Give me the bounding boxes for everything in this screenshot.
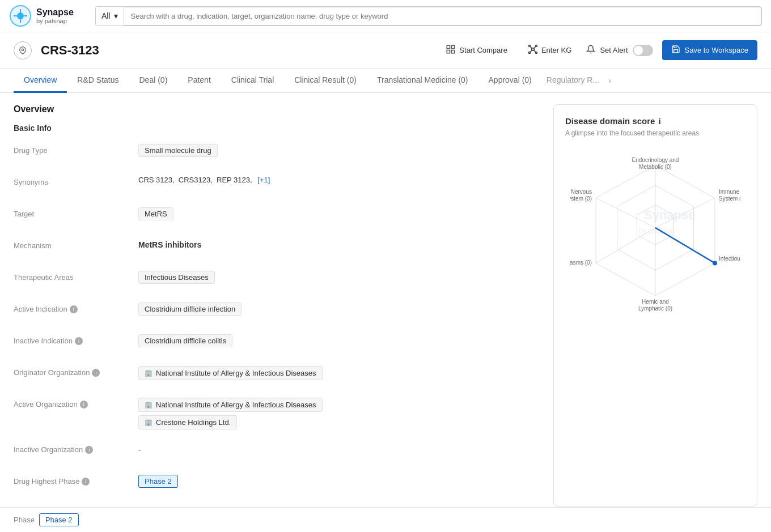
dropdown-value: All: [101, 11, 111, 20]
svg-text:by patsnap: by patsnap: [638, 226, 677, 235]
active-indication-info-icon[interactable]: i: [70, 305, 78, 313]
target-row: Target MetRS: [14, 207, 540, 225]
inactive-indication-info-icon[interactable]: i: [75, 337, 83, 345]
radar-chart: Synapse by patsnap Endocrinology and Met…: [565, 148, 745, 318]
set-alert-toggle[interactable]: [633, 45, 653, 56]
svg-text:Neoplasms (0): Neoplasms (0): [570, 259, 592, 266]
svg-rect-7: [447, 45, 450, 48]
set-alert-group: Set Alert: [586, 45, 653, 56]
active-indication-label: Active Indication i: [14, 303, 138, 313]
highest-phase-tag: Phase 2: [138, 475, 178, 488]
synonyms-value: CRS 3123, CRS3123, REP 3123, [+1]: [138, 176, 540, 184]
tab-deal[interactable]: Deal (0): [129, 69, 178, 93]
enter-kg-label: Enter KG: [541, 46, 571, 54]
svg-line-17: [533, 47, 535, 49]
logo: Synapse by patsnap: [9, 5, 88, 27]
synapse-logo-icon: [9, 5, 32, 27]
svg-text:Immune: Immune: [719, 189, 740, 195]
bottom-bar: Phase Phase 2: [0, 507, 771, 518]
svg-point-1: [17, 12, 24, 19]
drug-type-value: Small molecule drug: [138, 144, 540, 157]
save-workspace-label: Save to Workspace: [685, 46, 748, 54]
tab-approval[interactable]: Approval (0): [478, 69, 542, 93]
svg-point-12: [528, 45, 530, 47]
tab-translational[interactable]: Translational Medicine (0): [367, 69, 478, 93]
active-indication-value: Clostridium difficile infection: [138, 303, 540, 316]
originator-org-label: Originator Organization i: [14, 366, 138, 377]
target-value: MetRS: [138, 207, 540, 220]
drug-pin-icon[interactable]: [14, 41, 32, 59]
svg-rect-9: [447, 50, 450, 53]
mechanism-row: Mechanism MetRS inhibitors: [14, 239, 540, 257]
svg-point-6: [22, 49, 24, 51]
org-building-icon-2: 🏢: [145, 419, 152, 426]
svg-point-13: [535, 45, 537, 47]
svg-text:Hemic and: Hemic and: [642, 299, 669, 305]
search-input[interactable]: [124, 7, 761, 25]
svg-text:Endocrinology and: Endocrinology and: [632, 157, 679, 163]
drug-type-label: Drug Type: [14, 144, 138, 155]
svg-rect-10: [452, 50, 455, 53]
score-card-title: Disease domain score i: [565, 116, 745, 126]
drug-header: CRS-3123 Start Compare Enter KG: [0, 32, 771, 69]
start-compare-label: Start Compare: [459, 46, 507, 54]
drug-type-tag: Small molecule drug: [138, 144, 218, 157]
svg-text:Lymphatic (0): Lymphatic (0): [638, 305, 672, 312]
target-tag: MetRS: [138, 207, 173, 220]
radar-svg: Synapse by patsnap Endocrinology and Met…: [570, 154, 740, 313]
search-type-dropdown[interactable]: All ▾: [96, 7, 124, 25]
logo-name: Synapse: [36, 7, 74, 18]
svg-text:Nervous: Nervous: [571, 189, 592, 195]
tabs-bar: Overview R&D Status Deal (0) Patent Clin…: [0, 69, 771, 93]
mechanism-text: MetRS inhibitors: [138, 239, 201, 249]
tab-clinical-result[interactable]: Clinical Result (0): [284, 69, 367, 93]
svg-point-14: [528, 52, 530, 54]
logo-text: Synapse by patsnap: [36, 7, 74, 24]
logo-sub: by patsnap: [36, 18, 74, 24]
svg-text:System (0): System (0): [570, 195, 592, 202]
tab-clinical-trial[interactable]: Clinical Trial: [221, 69, 284, 93]
svg-text:System (0): System (0): [719, 195, 740, 202]
therapeutic-areas-tag: Infectious Diseases: [138, 271, 215, 284]
kg-icon: [528, 44, 538, 56]
drug-name: CRS-3123: [41, 43, 99, 58]
svg-text:Metabolic (0): Metabolic (0): [639, 164, 672, 170]
inactive-org-info-icon[interactable]: i: [85, 446, 93, 454]
originator-org-info-icon[interactable]: i: [92, 369, 100, 377]
highest-phase-label: Drug Highest Phase i: [14, 475, 138, 486]
set-alert-icon: [586, 45, 595, 56]
score-card-subtitle: A glimpse into the focused therapeutic a…: [565, 129, 745, 137]
synonyms-row: Synonyms CRS 3123, CRS3123, REP 3123, [+…: [14, 176, 540, 194]
active-org-tag-1: 🏢 National Institute of Allergy & Infect…: [138, 398, 323, 412]
tab-patent[interactable]: Patent: [177, 69, 221, 93]
highest-phase-row: Drug Highest Phase i Phase 2: [14, 475, 540, 493]
tab-rd-status[interactable]: R&D Status: [67, 69, 129, 93]
inactive-org-dash: -: [138, 443, 141, 454]
inactive-org-row: Inactive Organization i -: [14, 443, 540, 461]
disease-domain-card: Disease domain score i A glimpse into th…: [553, 104, 757, 507]
score-card-info-icon[interactable]: i: [658, 116, 660, 126]
tab-overview[interactable]: Overview: [14, 69, 67, 93]
compare-icon: [446, 44, 456, 57]
tabs-more-chevron[interactable]: ›: [604, 69, 616, 92]
originator-org-row: Originator Organization i 🏢 National Ins…: [14, 366, 540, 384]
synonyms-more-link[interactable]: [+1]: [257, 176, 270, 184]
svg-line-16: [530, 47, 532, 49]
therapeutic-areas-value: Infectious Diseases: [138, 271, 540, 284]
synonyms-text: CRS 3123, CRS3123, REP 3123,: [138, 176, 254, 184]
enter-kg-button[interactable]: Enter KG: [522, 41, 577, 59]
therapeutic-areas-label: Therapeutic Areas: [14, 271, 138, 282]
top-header: Synapse by patsnap All ▾: [0, 0, 771, 32]
tab-regulatory[interactable]: Regulatory R...: [542, 69, 604, 93]
active-org-tag-2: 🏢 Crestone Holdings Ltd.: [138, 415, 237, 429]
active-org-value: 🏢 National Institute of Allergy & Infect…: [138, 398, 540, 429]
start-compare-button[interactable]: Start Compare: [440, 41, 513, 60]
highest-phase-info-icon[interactable]: i: [82, 478, 90, 486]
save-workspace-button[interactable]: Save to Workspace: [662, 40, 757, 60]
phase-badge: Phase 2: [39, 513, 79, 518]
phase-label: Phase: [14, 516, 35, 518]
basic-info-subtitle: Basic Info: [14, 124, 540, 133]
inactive-indication-tag: Clostridium difficile colitis: [138, 334, 232, 347]
svg-rect-8: [452, 45, 455, 48]
active-org-info-icon[interactable]: i: [80, 401, 88, 408]
